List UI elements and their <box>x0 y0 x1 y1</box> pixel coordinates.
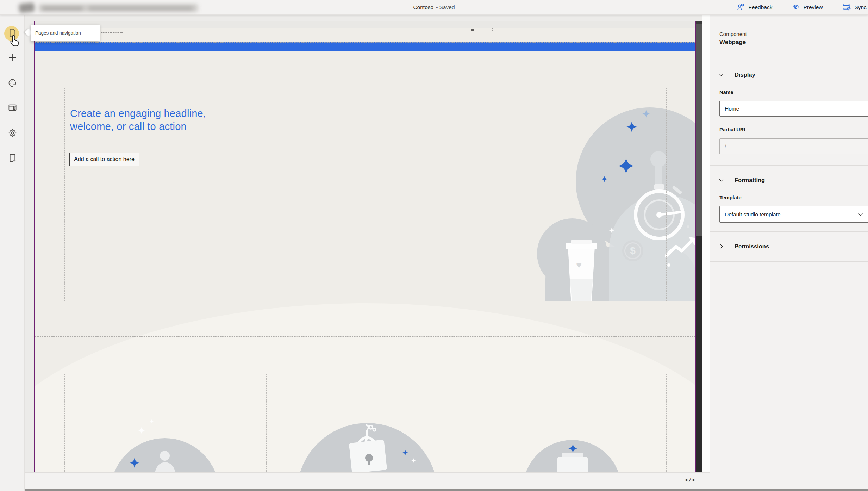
chevron-down-icon <box>719 178 724 183</box>
lock-keyhole-icon <box>368 460 370 465</box>
name-field-label: Name <box>719 89 733 95</box>
canvas-top-strip <box>35 21 695 28</box>
scrollbar-thumb[interactable] <box>696 24 702 236</box>
sparkle-icon <box>130 458 139 469</box>
selection-outline-fragment <box>540 28 540 31</box>
component-label: Component <box>719 31 747 37</box>
sparkle-icon <box>411 458 416 464</box>
site-title: Contoso- Saved <box>413 0 455 15</box>
tooltip-text: Pages and navigation <box>35 30 81 36</box>
canvas-scrollbar[interactable] <box>696 21 702 472</box>
section-divider-dashed <box>35 336 695 337</box>
sync-label: Sync <box>855 4 867 11</box>
chevron-right-icon <box>719 244 724 249</box>
selection-outline-fragment <box>471 29 474 31</box>
headline-line-1: Create an engaging headline, <box>70 107 206 120</box>
dot-sparkle <box>687 225 689 228</box>
pages-navigation-tooltip: Pages and navigation <box>31 25 100 41</box>
template-field-label: Template <box>719 195 742 200</box>
sync-button[interactable]: Sync <box>842 3 867 12</box>
template-dropdown[interactable]: Default studio template <box>719 206 868 223</box>
sparkle-icon <box>402 450 408 457</box>
hand-cursor-pointer <box>10 35 20 49</box>
box-illustration <box>557 457 588 472</box>
display-section-title: Display <box>735 72 755 78</box>
feedback-label: Feedback <box>748 4 772 11</box>
partial-url-input[interactable] <box>719 138 868 154</box>
chevron-down-icon <box>858 212 863 217</box>
window-bottom-edge <box>25 489 868 491</box>
tooltip-connector-dashes <box>99 32 123 33</box>
sidebar-item-styling[interactable] <box>0 74 25 93</box>
partial-url-field-label: Partial URL <box>719 127 747 132</box>
panel-divider <box>710 261 868 262</box>
preview-eye-icon <box>792 3 800 12</box>
site-header-bar[interactable] <box>35 42 695 51</box>
webpage-canvas[interactable]: $ ♥ <box>34 21 696 472</box>
sparkle-icon <box>150 418 154 425</box>
left-toolbar <box>0 15 25 491</box>
canvas-bottom-bar: </> <box>25 472 710 489</box>
layout-window-icon <box>8 103 17 114</box>
permissions-section-title: Permissions <box>735 243 769 250</box>
titlebar-actions: Feedback Preview <box>737 0 867 15</box>
sparkle-icon <box>568 444 577 454</box>
titlebar: Contoso- Saved Feedback <box>0 0 868 15</box>
theme-palette-icon <box>8 78 17 89</box>
design-canvas-workspace: $ ♥ <box>25 15 710 489</box>
settings-gear-icon <box>8 128 17 139</box>
hero-headline[interactable]: Create an engaging headline, welcome, or… <box>70 107 206 133</box>
call-to-action-button[interactable]: Add a call to action here <box>69 153 139 166</box>
panel-divider <box>710 59 868 59</box>
preview-label: Preview <box>803 4 823 11</box>
component-type: Webpage <box>719 39 746 46</box>
sparkle-icon <box>138 427 145 435</box>
template-dropdown-value: Default studio template <box>725 211 858 218</box>
chevron-down-icon <box>719 72 724 77</box>
add-plus-icon <box>7 52 17 64</box>
formatting-section-title: Formatting <box>735 177 765 184</box>
feedback-button[interactable]: Feedback <box>737 3 772 12</box>
device-check-icon <box>8 153 17 164</box>
formatting-section-header[interactable]: Formatting <box>710 172 868 188</box>
sidebar-item-settings[interactable] <box>0 124 25 143</box>
redacted-app-breadcrumb <box>8 1 201 13</box>
headline-line-2: welcome, or call to action <box>70 120 206 133</box>
tooltip-connector-dashes <box>123 29 123 32</box>
selection-outline-fragment <box>574 28 617 31</box>
permissions-section-header[interactable]: Permissions <box>710 238 868 254</box>
sync-browser-icon <box>842 3 851 12</box>
trend-arrow-icon <box>665 236 696 260</box>
feedback-person-chat-icon <box>737 3 745 12</box>
site-name: Contoso <box>413 4 433 10</box>
name-input[interactable] <box>719 101 868 117</box>
preview-button[interactable]: Preview <box>792 3 823 12</box>
power-pages-studio-window: Contoso- Saved Feedback <box>0 0 868 491</box>
panel-divider <box>710 231 868 232</box>
sidebar-item-device-preview[interactable] <box>0 149 25 168</box>
dot-sparkle <box>667 263 670 267</box>
canvas-right-gutter <box>702 15 710 474</box>
panel-divider <box>710 165 868 166</box>
selection-outline-fragment <box>452 28 452 31</box>
sidebar-item-layout-data[interactable] <box>0 99 25 117</box>
selection-outline-fragment <box>492 28 493 31</box>
sidebar-item-add-component[interactable] <box>0 49 25 67</box>
person-illustration-head <box>160 451 170 461</box>
display-section-header[interactable]: Display <box>710 67 868 82</box>
selection-outline-fragment <box>564 28 564 31</box>
save-status: - Saved <box>436 4 455 10</box>
scrollbar-top-button[interactable] <box>696 21 702 24</box>
properties-panel: Component Webpage Display Name Partial U… <box>710 15 868 489</box>
code-editor-toggle[interactable]: </> <box>685 477 695 483</box>
